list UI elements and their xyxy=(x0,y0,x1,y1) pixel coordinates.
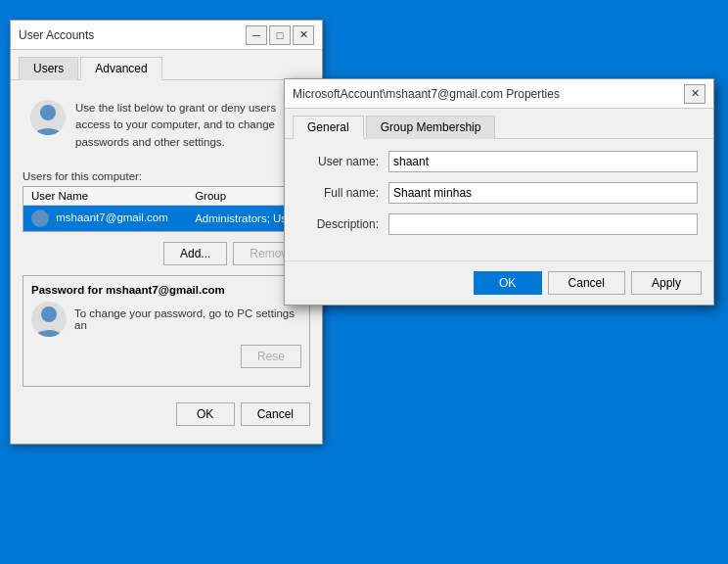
cancel-button[interactable]: Cancel xyxy=(241,402,310,426)
minimize-button[interactable]: ─ xyxy=(246,25,267,45)
col-username: User Name xyxy=(23,186,188,205)
user-accounts-window: User Accounts ─ □ ✕ Users Advanced Use t… xyxy=(10,20,323,445)
fullname-label: Full name: xyxy=(300,186,388,200)
dialog-ok-button[interactable]: OK xyxy=(474,271,542,295)
description-row: Description: xyxy=(300,213,698,235)
user-accounts-titlebar: User Accounts ─ □ ✕ xyxy=(11,21,322,50)
svg-point-1 xyxy=(41,306,57,322)
user-row-icon xyxy=(31,210,49,227)
properties-dialog: MicrosoftAccount\mshaant7@gmail.com Prop… xyxy=(284,78,714,306)
properties-tabs: General Group Membership xyxy=(285,109,713,139)
password-button-row: Rese xyxy=(31,345,301,368)
reset-button[interactable]: Rese xyxy=(241,345,301,368)
user-accounts-tabs: Users Advanced xyxy=(11,50,322,80)
dialog-cancel-button[interactable]: Cancel xyxy=(548,271,625,295)
user-accounts-bottom-buttons: OK Cancel xyxy=(23,397,310,432)
password-icon xyxy=(31,302,67,337)
dialog-apply-button[interactable]: Apply xyxy=(631,271,702,295)
dialog-bottom-buttons: OK Cancel Apply xyxy=(285,260,713,305)
users-for-computer-label: Users for this computer: xyxy=(23,170,310,182)
password-info: To change your password, go to PC settin… xyxy=(31,302,301,337)
user-icon-large xyxy=(30,100,66,135)
svg-point-0 xyxy=(40,105,56,120)
properties-form: User name: Full name: Description: xyxy=(285,139,713,257)
add-button[interactable]: Add... xyxy=(163,242,227,265)
table-row[interactable]: mshaant7@gmail.com Administrators; Use xyxy=(23,205,310,231)
info-section: Use the list below to grant or deny user… xyxy=(23,92,310,159)
tab-general[interactable]: General xyxy=(293,116,364,139)
titlebar-controls: ─ □ ✕ xyxy=(246,25,314,45)
user-accounts-title: User Accounts xyxy=(19,28,94,42)
description-input[interactable] xyxy=(388,213,698,235)
properties-titlebar-controls: ✕ xyxy=(684,84,705,104)
username-row: User name: xyxy=(300,151,698,172)
tab-users[interactable]: Users xyxy=(19,57,78,80)
username-input[interactable] xyxy=(388,151,698,172)
fullname-row: Full name: xyxy=(300,182,698,204)
properties-titlebar: MicrosoftAccount\mshaant7@gmail.com Prop… xyxy=(285,79,713,109)
tab-advanced[interactable]: Advanced xyxy=(80,57,161,80)
fullname-input[interactable] xyxy=(388,182,698,204)
ok-button[interactable]: OK xyxy=(176,402,235,426)
maximize-button[interactable]: □ xyxy=(269,25,291,45)
password-section: Password for mshaant7@gmail.com To chang… xyxy=(23,275,310,387)
user-name-cell: mshaant7@gmail.com xyxy=(23,205,188,231)
info-text: Use the list below to grant or deny user… xyxy=(75,100,302,151)
password-section-title: Password for mshaant7@gmail.com xyxy=(31,284,301,296)
properties-title: MicrosoftAccount\mshaant7@gmail.com Prop… xyxy=(293,87,560,101)
close-button[interactable]: ✕ xyxy=(293,25,314,45)
user-accounts-content: Use the list below to grant or deny user… xyxy=(11,80,322,444)
password-text: To change your password, go to PC settin… xyxy=(74,307,301,331)
users-table: User Name Group mshaant7@gmail.com Admin… xyxy=(23,186,310,232)
username-label: User name: xyxy=(300,155,388,168)
properties-close-button[interactable]: ✕ xyxy=(684,84,705,104)
description-label: Description: xyxy=(300,217,388,231)
user-action-buttons: Add... Remove xyxy=(23,242,310,265)
tab-group-membership[interactable]: Group Membership xyxy=(366,116,496,139)
